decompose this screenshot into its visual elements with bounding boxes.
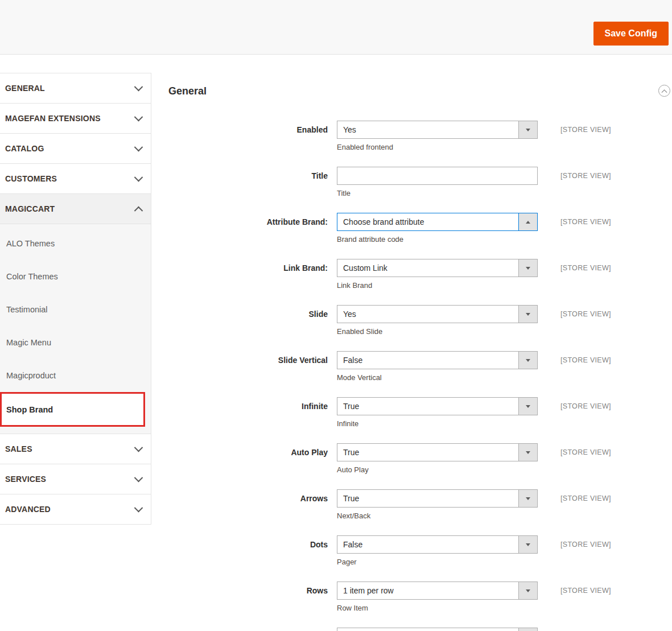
scope-label: [STORE VIEW]	[538, 397, 672, 415]
selected-value: Custom Link	[337, 259, 518, 277]
magiccart-subsection-list: ALO Themes Color Themes Testimonial Magi…	[0, 224, 151, 434]
form-field-row-slide: Slide Yes[STORE VIEW] Enabled Slide	[151, 305, 672, 336]
field-label: Dots	[151, 535, 337, 554]
dropdown-button[interactable]	[518, 213, 537, 230]
dropdown-button[interactable]	[518, 121, 537, 138]
chevron-up-icon	[662, 89, 667, 95]
sidebar-item-magic-menu[interactable]: Magic Menu	[0, 326, 151, 359]
page-header: Save Config	[0, 0, 672, 55]
dropdown-button[interactable]	[518, 352, 537, 369]
field-label: Auto Play	[151, 443, 337, 461]
form-field-row-enabled: Enabled Yes[STORE VIEW] Enabled frontend	[151, 121, 672, 152]
scope-label: [STORE VIEW]	[538, 167, 672, 185]
config-nav-sidebar: GENERAL MAGEFAN EXTENSIONS CATALOG CUSTO…	[0, 73, 151, 525]
field-label	[151, 628, 337, 631]
sidebar-section-label: MAGICCART	[5, 204, 55, 213]
dropdown-button[interactable]	[518, 582, 537, 599]
field-comment: Auto Play	[337, 465, 538, 475]
scope-label: [STORE VIEW]	[538, 305, 672, 323]
field-comment: Link Brand	[337, 281, 538, 290]
title-input[interactable]	[337, 167, 538, 185]
infinite-select[interactable]: True	[337, 397, 538, 415]
sidebar-item-alo-themes[interactable]: ALO Themes	[0, 227, 151, 260]
sidebar-section-general[interactable]: GENERAL	[0, 73, 151, 104]
arrows-select[interactable]: True	[337, 489, 538, 508]
selected-value: Yes	[337, 121, 518, 138]
selected-value: Choose brand attribute	[337, 213, 518, 230]
dropdown-button[interactable]	[518, 306, 537, 323]
config-main-panel: General Enabled Yes[STORE VIEW] Enabled …	[151, 73, 672, 631]
selected-value: 1 item per row	[337, 582, 518, 599]
sidebar-section-advanced[interactable]: ADVANCED	[0, 494, 151, 525]
save-config-button[interactable]: Save Config	[593, 22, 669, 46]
sidebar-section-customers[interactable]: CUSTOMERS	[0, 164, 151, 194]
rows-select[interactable]: 1 item per row	[337, 581, 538, 600]
dropdown-button[interactable]	[518, 398, 537, 415]
caret-down-icon	[526, 405, 530, 408]
scope-label: [STORE VIEW]	[538, 351, 672, 369]
sidebar-item-magicproduct[interactable]: Magicproduct	[0, 359, 151, 392]
form-field-row-partial-next-field	[151, 628, 672, 631]
sidebar-section-services[interactable]: SERVICES	[0, 464, 151, 494]
selected-value: True	[337, 490, 518, 507]
chevron-up-icon	[134, 206, 143, 215]
partial-next-field-select	[337, 628, 538, 631]
auto-play-select[interactable]: True	[337, 443, 538, 461]
dropdown-button[interactable]	[518, 490, 537, 507]
form-field-row-rows: Rows 1 item per row[STORE VIEW] Row Item	[151, 581, 672, 613]
chevron-down-icon	[134, 503, 143, 512]
dropdown-button[interactable]	[518, 536, 537, 553]
field-label: Link Brand:	[151, 259, 337, 277]
selected-value: Yes	[337, 306, 518, 323]
dropdown-button[interactable]	[518, 628, 537, 631]
dots-select[interactable]: False	[337, 535, 538, 554]
chevron-down-icon	[134, 473, 143, 482]
attribute-brand-select[interactable]: Choose brand attribute	[337, 213, 538, 231]
sidebar-section-magefan-extensions[interactable]: MAGEFAN EXTENSIONS	[0, 104, 151, 134]
collapse-section-icon[interactable]	[658, 85, 670, 97]
field-label: Enabled	[151, 121, 337, 139]
sidebar-section-magiccart[interactable]: MAGICCART	[0, 194, 151, 224]
chevron-down-icon	[134, 142, 143, 151]
sidebar-top-sections: GENERAL MAGEFAN EXTENSIONS CATALOG CUSTO…	[0, 73, 151, 194]
field-comment: Enabled Slide	[337, 327, 538, 336]
field-label: Arrows	[151, 489, 337, 508]
scope-label: [STORE VIEW]	[538, 489, 672, 508]
field-comment: Title	[337, 188, 538, 198]
sidebar-item-shop-brand[interactable]: Shop Brand	[0, 392, 145, 427]
form-field-row-link-brand: Link Brand: Custom Link[STORE VIEW] Link…	[151, 259, 672, 290]
form-field-row-arrows: Arrows True[STORE VIEW] Next/Back	[151, 489, 672, 521]
selected-value: False	[337, 536, 518, 553]
section-title: General	[168, 85, 207, 97]
form-field-row-slide-vertical: Slide Vertical False[STORE VIEW] Mode Ve…	[151, 351, 672, 382]
sidebar-section-label: CUSTOMERS	[5, 174, 57, 183]
dropdown-button[interactable]	[518, 444, 537, 461]
sidebar-section-catalog[interactable]: CATALOG	[0, 134, 151, 164]
link-brand-select[interactable]: Custom Link	[337, 259, 538, 277]
field-comment: Mode Vertical	[337, 373, 538, 382]
selected-value: False	[337, 352, 518, 369]
sidebar-section-label: CATALOG	[5, 144, 44, 153]
enabled-select[interactable]: Yes	[337, 121, 538, 139]
form-field-row-infinite: Infinite True[STORE VIEW] Infinite	[151, 397, 672, 428]
field-comment: Brand attribute code	[337, 234, 538, 244]
sidebar-item-testimonial[interactable]: Testimonial	[0, 293, 151, 326]
sidebar-item-color-themes[interactable]: Color Themes	[0, 260, 151, 293]
chevron-down-icon	[134, 172, 143, 182]
sidebar-section-label: MAGEFAN EXTENSIONS	[5, 114, 101, 123]
general-settings-form: Enabled Yes[STORE VIEW] Enabled frontend…	[151, 121, 672, 631]
form-field-row-attribute-brand: Attribute Brand: Choose brand attribute[…	[151, 213, 672, 244]
chevron-down-icon	[134, 443, 143, 452]
selected-value	[337, 628, 518, 631]
field-comment: Row Item	[337, 603, 538, 613]
scope-label: [STORE VIEW]	[538, 443, 672, 461]
caret-down-icon	[526, 313, 530, 316]
sidebar-section-label: ADVANCED	[5, 505, 51, 514]
dropdown-button[interactable]	[518, 259, 537, 277]
chevron-down-icon	[134, 112, 143, 121]
form-field-row-title: Title [STORE VIEW] Title	[151, 167, 672, 198]
sidebar-section-sales[interactable]: SALES	[0, 434, 151, 464]
slide-vertical-select[interactable]: False	[337, 351, 538, 369]
sidebar-section-label: SERVICES	[5, 475, 46, 484]
slide-select[interactable]: Yes	[337, 305, 538, 323]
